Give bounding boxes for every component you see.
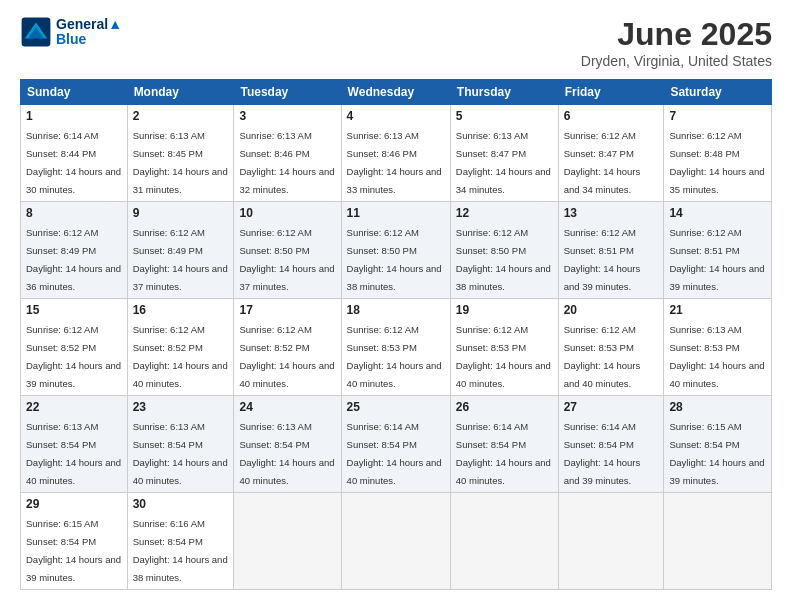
col-saturday: Saturday — [664, 80, 772, 105]
location: Dryden, Virginia, United States — [581, 53, 772, 69]
table-row — [450, 493, 558, 590]
table-row: 27Sunrise: 6:14 AMSunset: 8:54 PMDayligh… — [558, 396, 664, 493]
table-row: 30Sunrise: 6:16 AMSunset: 8:54 PMDayligh… — [127, 493, 234, 590]
table-row: 14Sunrise: 6:12 AMSunset: 8:51 PMDayligh… — [664, 202, 772, 299]
table-row: 17Sunrise: 6:12 AMSunset: 8:52 PMDayligh… — [234, 299, 341, 396]
table-row: 12Sunrise: 6:12 AMSunset: 8:50 PMDayligh… — [450, 202, 558, 299]
table-row: 23Sunrise: 6:13 AMSunset: 8:54 PMDayligh… — [127, 396, 234, 493]
col-tuesday: Tuesday — [234, 80, 341, 105]
table-row: 7Sunrise: 6:12 AMSunset: 8:48 PMDaylight… — [664, 105, 772, 202]
col-friday: Friday — [558, 80, 664, 105]
table-row: 4Sunrise: 6:13 AMSunset: 8:46 PMDaylight… — [341, 105, 450, 202]
col-wednesday: Wednesday — [341, 80, 450, 105]
logo-text: General▲ Blue — [56, 17, 122, 48]
svg-rect-3 — [32, 38, 40, 43]
table-row: 9Sunrise: 6:12 AMSunset: 8:49 PMDaylight… — [127, 202, 234, 299]
table-row: 6Sunrise: 6:12 AMSunset: 8:47 PMDaylight… — [558, 105, 664, 202]
logo: General▲ Blue — [20, 16, 122, 48]
page: General▲ Blue June 2025 Dryden, Virginia… — [0, 0, 792, 612]
table-row — [558, 493, 664, 590]
table-row: 1Sunrise: 6:14 AMSunset: 8:44 PMDaylight… — [21, 105, 128, 202]
table-row: 19Sunrise: 6:12 AMSunset: 8:53 PMDayligh… — [450, 299, 558, 396]
table-row: 16Sunrise: 6:12 AMSunset: 8:52 PMDayligh… — [127, 299, 234, 396]
table-row — [234, 493, 341, 590]
col-thursday: Thursday — [450, 80, 558, 105]
table-row: 29Sunrise: 6:15 AMSunset: 8:54 PMDayligh… — [21, 493, 128, 590]
logo-icon — [20, 16, 52, 48]
table-row: 26Sunrise: 6:14 AMSunset: 8:54 PMDayligh… — [450, 396, 558, 493]
month-title: June 2025 — [581, 16, 772, 53]
table-row — [341, 493, 450, 590]
table-row: 22Sunrise: 6:13 AMSunset: 8:54 PMDayligh… — [21, 396, 128, 493]
calendar: Sunday Monday Tuesday Wednesday Thursday… — [20, 79, 772, 590]
table-row: 18Sunrise: 6:12 AMSunset: 8:53 PMDayligh… — [341, 299, 450, 396]
calendar-header-row: Sunday Monday Tuesday Wednesday Thursday… — [21, 80, 772, 105]
table-row: 3Sunrise: 6:13 AMSunset: 8:46 PMDaylight… — [234, 105, 341, 202]
table-row: 20Sunrise: 6:12 AMSunset: 8:53 PMDayligh… — [558, 299, 664, 396]
table-row: 11Sunrise: 6:12 AMSunset: 8:50 PMDayligh… — [341, 202, 450, 299]
col-sunday: Sunday — [21, 80, 128, 105]
col-monday: Monday — [127, 80, 234, 105]
header: General▲ Blue June 2025 Dryden, Virginia… — [20, 16, 772, 69]
table-row: 5Sunrise: 6:13 AMSunset: 8:47 PMDaylight… — [450, 105, 558, 202]
table-row — [664, 493, 772, 590]
table-row: 28Sunrise: 6:15 AMSunset: 8:54 PMDayligh… — [664, 396, 772, 493]
table-row: 24Sunrise: 6:13 AMSunset: 8:54 PMDayligh… — [234, 396, 341, 493]
table-row: 21Sunrise: 6:13 AMSunset: 8:53 PMDayligh… — [664, 299, 772, 396]
table-row: 10Sunrise: 6:12 AMSunset: 8:50 PMDayligh… — [234, 202, 341, 299]
table-row: 2Sunrise: 6:13 AMSunset: 8:45 PMDaylight… — [127, 105, 234, 202]
title-block: June 2025 Dryden, Virginia, United State… — [581, 16, 772, 69]
table-row: 25Sunrise: 6:14 AMSunset: 8:54 PMDayligh… — [341, 396, 450, 493]
table-row: 8Sunrise: 6:12 AMSunset: 8:49 PMDaylight… — [21, 202, 128, 299]
table-row: 15Sunrise: 6:12 AMSunset: 8:52 PMDayligh… — [21, 299, 128, 396]
table-row: 13Sunrise: 6:12 AMSunset: 8:51 PMDayligh… — [558, 202, 664, 299]
